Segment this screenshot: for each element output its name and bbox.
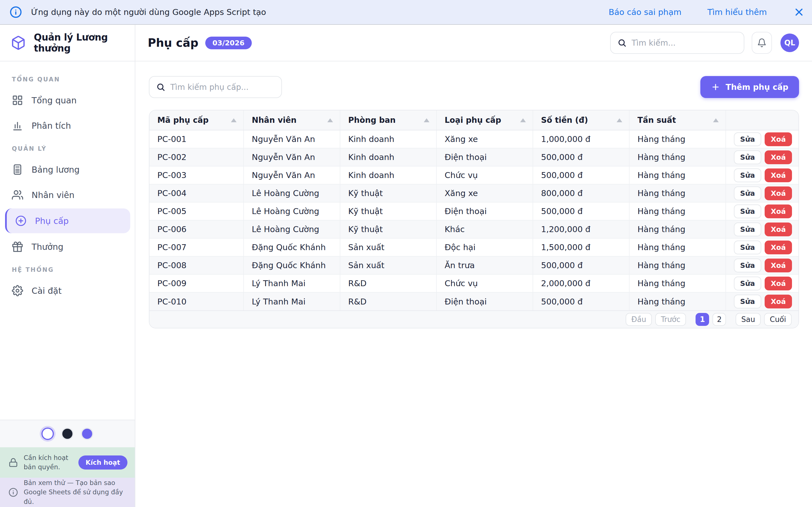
column-header-nhan-vien[interactable]: Nhân viên bbox=[244, 110, 340, 130]
row-actions: SửaXoá bbox=[726, 220, 799, 238]
table-cell: PC-006 bbox=[149, 220, 244, 238]
table-cell: Chức vụ bbox=[437, 274, 533, 292]
allowance-search-input[interactable] bbox=[170, 82, 274, 92]
sidebar-item-bang-luong[interactable]: Bảng lương bbox=[0, 157, 135, 182]
table-header-row: Mã phụ cấp Nhân viên Phòng ban Loại phụ … bbox=[149, 110, 799, 130]
delete-button[interactable]: Xoá bbox=[765, 277, 792, 290]
allowance-table-card: Mã phụ cấp Nhân viên Phòng ban Loại phụ … bbox=[149, 110, 799, 328]
license-text: Cần kích hoạt bản quyền. bbox=[24, 453, 73, 472]
edit-button[interactable]: Sửa bbox=[734, 186, 761, 200]
delete-button[interactable]: Xoá bbox=[765, 240, 792, 255]
table-cell: Độc hại bbox=[437, 238, 533, 256]
table-cell: Ăn trưa bbox=[437, 256, 533, 274]
table-cell: Nguyễn Văn An bbox=[244, 130, 340, 148]
sidebar-item-cai-dat[interactable]: Cài đặt bbox=[0, 278, 135, 303]
pagination-first-button[interactable]: Đầu bbox=[626, 313, 652, 326]
delete-button[interactable]: Xoá bbox=[765, 132, 792, 146]
edit-button[interactable]: Sửa bbox=[734, 295, 761, 308]
table-row: PC-005Lê Hoàng CườngKỹ thuậtĐiện thoại50… bbox=[149, 202, 799, 220]
allowance-search[interactable] bbox=[149, 76, 282, 98]
table-cell: Kinh doanh bbox=[340, 166, 437, 184]
table-cell: Khác bbox=[437, 220, 533, 238]
row-actions: SửaXoá bbox=[726, 202, 799, 220]
table-cell: Hàng tháng bbox=[629, 256, 726, 274]
pagination-page-1[interactable]: 1 bbox=[696, 313, 709, 326]
table-row: PC-008Đặng Quốc KhánhSản xuấtĂn trưa500,… bbox=[149, 256, 799, 274]
report-abuse-link[interactable]: Báo cáo sai phạm bbox=[609, 7, 681, 17]
close-icon[interactable] bbox=[794, 7, 804, 17]
sidebar-item-phan-tich[interactable]: Phân tích bbox=[0, 113, 135, 138]
learn-more-link[interactable]: Tìm hiểu thêm bbox=[707, 7, 767, 17]
table-cell: 500,000 đ bbox=[533, 202, 629, 220]
edit-button[interactable]: Sửa bbox=[734, 132, 761, 146]
table-cell: 500,000 đ bbox=[533, 166, 629, 184]
pagination-prev-button[interactable]: Trước bbox=[655, 313, 686, 326]
table-row: PC-009Lý Thanh MaiR&DChức vụ2,000,000 đH… bbox=[149, 274, 799, 292]
sidebar-item-tong-quan[interactable]: Tổng quan bbox=[0, 88, 135, 113]
column-header-ma-phu-cap[interactable]: Mã phụ cấp bbox=[149, 110, 244, 130]
row-actions: SửaXoá bbox=[726, 256, 799, 274]
table-cell: 1,500,000 đ bbox=[533, 238, 629, 256]
edit-button[interactable]: Sửa bbox=[734, 240, 761, 255]
global-search[interactable] bbox=[610, 32, 744, 54]
table-cell: Hàng tháng bbox=[629, 274, 726, 292]
theme-dot[interactable] bbox=[43, 429, 53, 439]
table-cell: 500,000 đ bbox=[533, 148, 629, 166]
table-cell: 500,000 đ bbox=[533, 292, 629, 311]
pagination-last-button[interactable]: Cuối bbox=[764, 313, 792, 326]
notifications-button[interactable] bbox=[752, 32, 772, 54]
sidebar-nav: TỔNG QUAN Tổng quan Phân tích QUẢN LÝ Bả… bbox=[0, 61, 135, 420]
activate-button[interactable]: Kích hoạt bbox=[79, 455, 128, 469]
column-header-actions bbox=[726, 110, 799, 130]
delete-button[interactable]: Xoá bbox=[765, 151, 792, 164]
sidebar-item-nhan-vien[interactable]: Nhân viên bbox=[0, 182, 135, 207]
delete-button[interactable]: Xoá bbox=[765, 168, 792, 182]
table-cell: Lý Thanh Mai bbox=[244, 274, 340, 292]
global-search-input[interactable] bbox=[631, 38, 737, 48]
edit-button[interactable]: Sửa bbox=[734, 151, 761, 164]
google-apps-script-banner: Ứng dụng này do một người dùng Google Ap… bbox=[0, 0, 812, 25]
table-cell: Hàng tháng bbox=[629, 166, 726, 184]
edit-button[interactable]: Sửa bbox=[734, 168, 761, 182]
delete-button[interactable]: Xoá bbox=[765, 186, 792, 200]
period-badge: 03/2026 bbox=[205, 37, 252, 49]
theme-dot[interactable] bbox=[82, 429, 92, 439]
sidebar-item-label: Phân tích bbox=[32, 121, 71, 131]
table-cell: Nguyễn Văn An bbox=[244, 148, 340, 166]
preview-text: Bản xem thử — Tạo bản sao Google Sheets … bbox=[24, 478, 128, 506]
delete-button[interactable]: Xoá bbox=[765, 223, 792, 236]
avatar[interactable]: QL bbox=[780, 34, 799, 52]
column-header-loai-phu-cap[interactable]: Loại phụ cấp bbox=[437, 110, 533, 130]
delete-button[interactable]: Xoá bbox=[765, 259, 792, 272]
edit-button[interactable]: Sửa bbox=[734, 205, 761, 218]
sidebar-item-label: Thưởng bbox=[32, 242, 63, 252]
preview-banner: Bản xem thử — Tạo bản sao Google Sheets … bbox=[0, 478, 135, 507]
sidebar-item-phu-cap[interactable]: Phụ cấp bbox=[5, 209, 130, 233]
table-cell: Hàng tháng bbox=[629, 130, 726, 148]
pagination-next-button[interactable]: Sau bbox=[735, 313, 761, 326]
sort-asc-icon bbox=[617, 118, 622, 122]
table-cell: Đặng Quốc Khánh bbox=[244, 238, 340, 256]
table-cell: Kỹ thuật bbox=[340, 220, 437, 238]
row-actions: SửaXoá bbox=[726, 130, 799, 148]
sidebar-item-label: Bảng lương bbox=[32, 165, 80, 175]
search-icon bbox=[617, 38, 626, 47]
table-cell: Hàng tháng bbox=[629, 292, 726, 311]
sort-asc-icon bbox=[520, 118, 526, 122]
delete-button[interactable]: Xoá bbox=[765, 295, 792, 308]
theme-dot[interactable] bbox=[62, 429, 72, 439]
cube-logo-icon bbox=[11, 35, 26, 50]
table-cell: Hàng tháng bbox=[629, 148, 726, 166]
add-allowance-button[interactable]: Thêm phụ cấp bbox=[700, 76, 799, 98]
table-cell: PC-010 bbox=[149, 292, 244, 311]
edit-button[interactable]: Sửa bbox=[734, 259, 761, 272]
sidebar-item-thuong[interactable]: Thưởng bbox=[0, 234, 135, 259]
column-header-phong-ban[interactable]: Phòng ban bbox=[340, 110, 437, 130]
pagination-page-2[interactable]: 2 bbox=[712, 313, 726, 326]
column-header-so-tien[interactable]: Số tiền (đ) bbox=[533, 110, 629, 130]
edit-button[interactable]: Sửa bbox=[734, 223, 761, 236]
add-allowance-label: Thêm phụ cấp bbox=[726, 82, 788, 92]
delete-button[interactable]: Xoá bbox=[765, 205, 792, 218]
edit-button[interactable]: Sửa bbox=[734, 277, 761, 290]
column-header-tan-suat[interactable]: Tần suất bbox=[629, 110, 726, 130]
